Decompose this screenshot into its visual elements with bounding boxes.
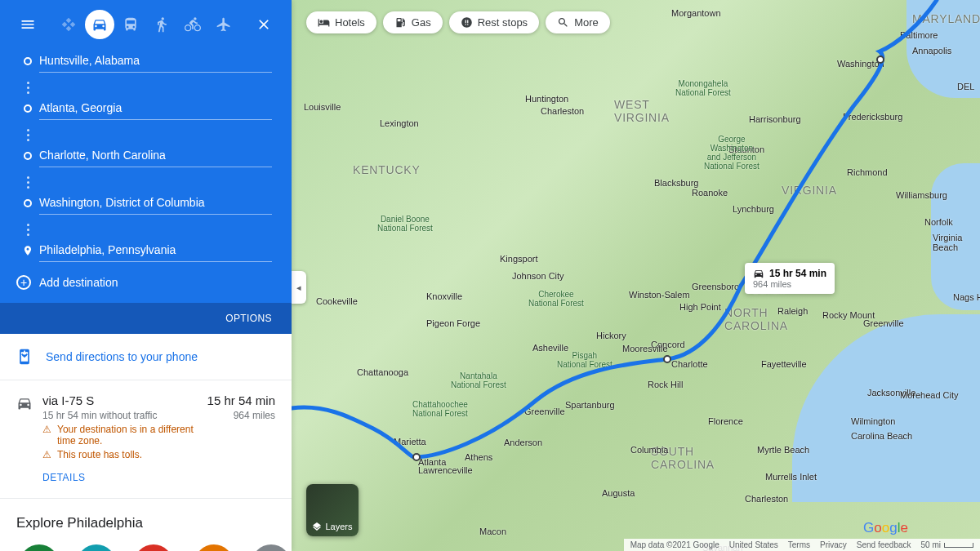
mode-fly-icon[interactable] bbox=[209, 10, 238, 39]
map-label: Blacksburg bbox=[654, 178, 698, 188]
explore-gas-button[interactable]: Gas stations bbox=[131, 544, 176, 551]
map-label: Pisgah National Forest bbox=[557, 351, 612, 369]
map-label: Kingsport bbox=[500, 254, 537, 264]
collapse-sidebar-button[interactable]: ◂ bbox=[292, 271, 306, 304]
explore-restaurant-button[interactable]: Restaurants bbox=[16, 544, 62, 551]
map-label: Macon bbox=[479, 527, 506, 536]
chip-hotel[interactable]: Hotels bbox=[306, 11, 376, 33]
map-label: Mooresville bbox=[622, 344, 668, 353]
route-warning-timezone: ⚠Your destination is in a different time… bbox=[42, 424, 198, 447]
map-label: Fayetteville bbox=[761, 359, 807, 369]
map-label: Myrtle Beach bbox=[757, 445, 809, 455]
waypoint-input-3[interactable] bbox=[39, 191, 272, 215]
map-label: Raleigh bbox=[777, 306, 808, 316]
mode-walk-icon[interactable] bbox=[147, 10, 176, 39]
waypoint-input-0[interactable] bbox=[39, 49, 272, 73]
map-label: Monongahela National Forest bbox=[675, 79, 731, 97]
map-footer: Map data ©2021 Google United States Term… bbox=[624, 539, 980, 551]
map-label: Florence bbox=[708, 416, 743, 426]
chip-rest[interactable]: Rest stops bbox=[449, 11, 539, 33]
explore-more-button[interactable]: More bbox=[252, 544, 291, 551]
route-distance: 964 miles bbox=[207, 410, 275, 421]
map-label: Lawrenceville bbox=[418, 465, 473, 475]
plus-icon: + bbox=[16, 275, 31, 290]
route-duration: 15 hr 54 min bbox=[207, 393, 275, 407]
chip-label: More bbox=[574, 16, 599, 29]
hotel-icon bbox=[318, 16, 330, 29]
route-via: via I-75 S bbox=[42, 393, 198, 407]
mode-drive-icon[interactable] bbox=[85, 10, 114, 39]
explore-hotel-button[interactable]: Hotels bbox=[77, 544, 116, 551]
add-destination-button[interactable]: + Add destination bbox=[7, 269, 285, 290]
directions-sidebar: + Add destination OPTIONS Send direction… bbox=[0, 0, 292, 551]
map-label: George Washington and Jefferson National… bbox=[704, 135, 760, 171]
map-label: Nantahala National Forest bbox=[451, 371, 506, 389]
car-icon bbox=[16, 393, 33, 460]
google-logo: Google bbox=[863, 520, 908, 536]
send-to-phone-icon bbox=[16, 349, 33, 365]
map-label: Winston-Salem bbox=[629, 290, 690, 300]
mode-best-icon[interactable] bbox=[54, 10, 83, 39]
scale-indicator[interactable]: 50 mi bbox=[921, 540, 973, 549]
footer-feedback[interactable]: Send feedback bbox=[857, 540, 911, 549]
directions-header: + Add destination bbox=[0, 0, 292, 303]
footer-terms[interactable]: Terms bbox=[788, 540, 810, 549]
map-label: Morehead City bbox=[900, 390, 959, 400]
map-label: Annapolis bbox=[912, 46, 951, 56]
layers-button[interactable]: Layers bbox=[306, 484, 359, 536]
waypoint-input-1[interactable] bbox=[39, 96, 272, 120]
gas-icon bbox=[394, 16, 407, 29]
map-canvas[interactable]: HotelsGasRest stopsMore ◂ Layers 15 hr 5… bbox=[292, 0, 980, 551]
add-destination-label: Add destination bbox=[39, 276, 118, 289]
map-label: Harrisonburg bbox=[749, 114, 801, 124]
mode-transit-icon[interactable] bbox=[116, 10, 145, 39]
waypoint-circle-icon bbox=[24, 199, 32, 207]
map-label: Charleston bbox=[745, 494, 788, 504]
route-details-button[interactable]: DETAILS bbox=[42, 472, 275, 483]
waypoint-row-3 bbox=[16, 191, 272, 215]
explore-parking-button[interactable]: PParking Lots bbox=[191, 544, 237, 551]
close-directions-button[interactable] bbox=[249, 10, 278, 39]
waypoint-marker-washington[interactable] bbox=[876, 56, 884, 64]
map-label: Chattanooga bbox=[357, 367, 408, 377]
travel-mode-row bbox=[7, 10, 285, 42]
tooltip-distance: 964 miles bbox=[753, 279, 826, 289]
map-label: Lexington bbox=[380, 118, 419, 128]
map-label: Wilmington bbox=[851, 416, 895, 426]
menu-button[interactable] bbox=[13, 10, 42, 39]
map-label: Carolina Beach bbox=[851, 431, 912, 441]
mode-bike-icon[interactable] bbox=[178, 10, 207, 39]
map-label: Huntington bbox=[525, 94, 568, 104]
waypoint-marker-charlotte[interactable] bbox=[663, 355, 671, 363]
map-label: WEST VIRGINIA bbox=[614, 98, 670, 124]
map-label: Charlotte bbox=[671, 359, 708, 369]
footer-country[interactable]: United States bbox=[729, 540, 778, 549]
explore-title: Explore Philadelphia bbox=[16, 515, 275, 531]
route-options-button[interactable]: OPTIONS bbox=[0, 303, 292, 334]
chip-gas[interactable]: Gas bbox=[383, 11, 443, 33]
waypoints-list bbox=[7, 42, 285, 262]
map-label: DEL bbox=[957, 82, 974, 91]
footer-privacy[interactable]: Privacy bbox=[820, 540, 847, 549]
destination-pin-icon bbox=[22, 244, 33, 257]
waypoint-marker-atlanta[interactable] bbox=[412, 453, 421, 461]
waypoint-row-2 bbox=[16, 144, 272, 167]
search-chips-row: HotelsGasRest stopsMore bbox=[306, 11, 610, 33]
footer-attribution: Map data ©2021 Google bbox=[630, 540, 719, 549]
route-summary-card[interactable]: via I-75 S 15 hr 54 min without traffic … bbox=[0, 380, 292, 499]
map-label: Rock Hill bbox=[648, 380, 683, 389]
explore-section: Explore Philadelphia RestaurantsHotelsGa… bbox=[0, 499, 292, 551]
map-label: Lynchburg bbox=[733, 204, 774, 214]
waypoint-input-4[interactable] bbox=[39, 238, 272, 262]
chip-search[interactable]: More bbox=[546, 11, 610, 33]
waypoint-input-2[interactable] bbox=[39, 144, 272, 167]
map-label: Anderson bbox=[504, 438, 542, 447]
map-label: MARYLAND bbox=[912, 12, 980, 25]
waypoint-row-4 bbox=[16, 238, 272, 262]
waypoint-row-1 bbox=[16, 96, 272, 120]
map-label: Roanoke bbox=[692, 188, 728, 198]
send-to-phone-button[interactable]: Send directions to your phone bbox=[0, 334, 292, 380]
map-label: Greensboro bbox=[692, 282, 739, 291]
route-tooltip[interactable]: 15 hr 54 min 964 miles bbox=[745, 263, 835, 294]
rest-icon bbox=[461, 16, 473, 29]
